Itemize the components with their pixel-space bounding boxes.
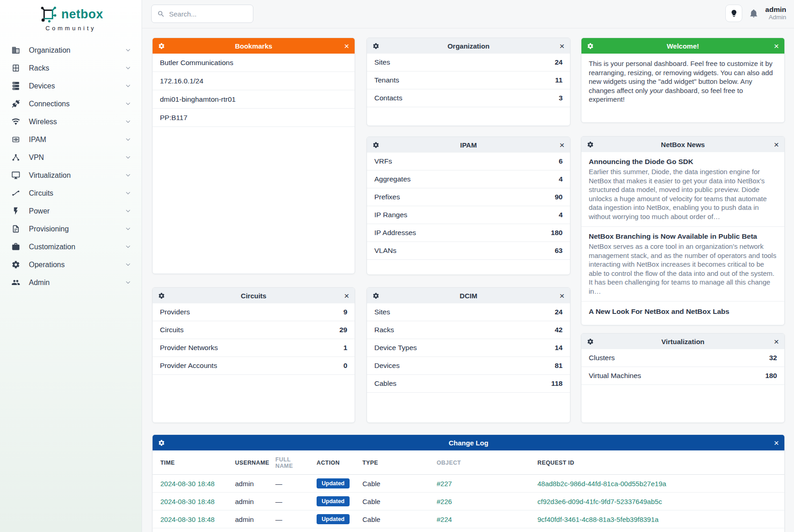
bookmark-link[interactable]: PP:B117 <box>160 114 187 122</box>
stat-label[interactable]: Sites <box>374 58 390 66</box>
changelog-object-link[interactable]: #226 <box>437 498 452 505</box>
changelog-time-link[interactable]: 2024-08-30 18:48 <box>160 516 214 523</box>
stat-value[interactable]: 1 <box>343 344 347 352</box>
stat-label[interactable]: Provider Accounts <box>160 362 217 370</box>
stat-label[interactable]: Prefixes <box>374 193 400 201</box>
stat-value[interactable]: 11 <box>555 76 563 84</box>
widget-config-button[interactable] <box>158 292 165 299</box>
sidebar-item-ipam[interactable]: IPAM <box>0 131 142 148</box>
stat-value[interactable]: 3 <box>559 94 563 102</box>
stat-label[interactable]: Circuits <box>160 326 184 334</box>
widget-close-button[interactable]: × <box>559 42 564 50</box>
stat-value[interactable]: 4 <box>559 175 563 183</box>
column-header-action[interactable]: ACTION <box>312 450 358 475</box>
widget-config-button[interactable] <box>158 43 165 49</box>
stat-label[interactable]: Sites <box>374 308 390 316</box>
sidebar-item-racks[interactable]: Racks <box>0 59 142 77</box>
sidebar-item-power[interactable]: Power <box>0 202 142 220</box>
changelog-object-link[interactable]: #224 <box>437 516 452 523</box>
widget-config-button[interactable] <box>372 292 379 299</box>
news-headline[interactable]: Announcing the Diode Go SDK <box>589 158 777 166</box>
stat-label[interactable]: IP Addresses <box>374 229 416 237</box>
widget-close-button[interactable]: × <box>774 439 779 447</box>
changelog-request-id-link[interactable]: 9cf40fdf-3461-4c88-81a3-5feb39f8391a <box>537 516 658 523</box>
news-headline[interactable]: NetBox Branching is Now Available in Pub… <box>589 232 777 241</box>
stat-value[interactable]: 29 <box>340 326 347 334</box>
changelog-time-link[interactable]: 2024-08-30 18:48 <box>160 480 214 488</box>
stat-value[interactable]: 180 <box>765 372 777 380</box>
stat-label[interactable]: Providers <box>160 308 190 316</box>
stat-value[interactable]: 118 <box>551 379 563 388</box>
news-headline[interactable]: A New Look For NetBox and NetBox Labs <box>589 307 777 316</box>
widget-config-button[interactable] <box>587 141 594 148</box>
stat-value[interactable]: 4 <box>559 211 563 219</box>
changelog-object-link[interactable]: #227 <box>437 480 452 488</box>
widget-config-button[interactable] <box>587 338 594 345</box>
stat-value[interactable]: 32 <box>769 354 777 362</box>
stat-value[interactable]: 24 <box>555 58 563 66</box>
column-header-username[interactable]: USERNAME <box>230 450 271 475</box>
widget-config-button[interactable] <box>587 43 594 49</box>
sidebar-item-customization[interactable]: Customization <box>0 238 142 256</box>
stat-value[interactable]: 6 <box>559 157 563 165</box>
sidebar-item-provisioning[interactable]: Provisioning <box>0 220 142 238</box>
changelog-request-id-link[interactable]: cf92d3e6-d09d-41fc-9fd7-52337649ab5c <box>537 498 662 505</box>
column-header-time[interactable]: TIME <box>153 450 230 475</box>
news-item: NetBox Branching is Now Available in Pub… <box>581 227 784 302</box>
stat-value[interactable]: 63 <box>555 247 563 255</box>
widget-close-button[interactable]: × <box>344 291 349 300</box>
stat-value[interactable]: 24 <box>555 308 563 316</box>
sidebar-item-virtualization[interactable]: Virtualization <box>0 166 142 184</box>
stat-label[interactable]: Tenants <box>374 76 399 84</box>
sidebar-item-operations[interactable]: Operations <box>0 256 142 274</box>
brand[interactable]: netbox Community <box>0 0 142 32</box>
bookmark-link[interactable]: dmi01-binghamton-rtr01 <box>160 95 235 104</box>
search-box[interactable] <box>151 5 253 23</box>
widget-close-button[interactable]: × <box>559 141 564 149</box>
sidebar-item-devices[interactable]: Devices <box>0 77 142 95</box>
column-header-type[interactable]: TYPE <box>358 450 432 475</box>
stat-value[interactable]: 14 <box>555 344 563 352</box>
sidebar-item-connections[interactable]: Connections <box>0 95 142 113</box>
stat-value[interactable]: 180 <box>551 229 563 237</box>
bookmark-link[interactable]: Butler Communications <box>160 59 233 67</box>
widget-close-button[interactable]: × <box>344 42 349 50</box>
stat-label[interactable]: Provider Networks <box>160 344 218 352</box>
stat-label[interactable]: Virtual Machines <box>589 372 641 380</box>
bookmark-link[interactable]: 172.16.0.1/24 <box>160 77 203 85</box>
widget-close-button[interactable]: × <box>559 291 564 300</box>
stat-value[interactable]: 9 <box>343 308 347 316</box>
stat-label[interactable]: Racks <box>374 326 394 334</box>
stat-label[interactable]: Contacts <box>374 94 402 102</box>
stat-label[interactable]: IP Ranges <box>374 211 407 219</box>
widget-close-button[interactable]: × <box>774 42 779 50</box>
theme-toggle-button[interactable] <box>725 5 742 22</box>
sidebar-item-admin[interactable]: Admin <box>0 274 142 291</box>
changelog-request-id-link[interactable]: 48ad8b2c-986d-44fd-81ca-00d55b27e19a <box>537 480 666 488</box>
stat-value[interactable]: 81 <box>555 362 563 370</box>
user-menu[interactable]: admin Admin <box>765 5 786 22</box>
stat-label[interactable]: Aggregates <box>374 175 411 183</box>
notifications-button[interactable] <box>749 9 758 18</box>
sidebar-item-circuits[interactable]: Circuits <box>0 184 142 202</box>
widget-config-button[interactable] <box>158 439 165 446</box>
widget-config-button[interactable] <box>372 43 379 49</box>
stat-label[interactable]: Device Types <box>374 344 417 352</box>
sidebar-item-organization[interactable]: Organization <box>0 41 142 59</box>
column-header-request-id[interactable]: REQUEST ID <box>533 450 784 475</box>
widget-close-button[interactable]: × <box>774 140 779 149</box>
widget-close-button[interactable]: × <box>774 337 779 346</box>
stat-label[interactable]: Cables <box>374 379 396 388</box>
sidebar-item-wireless[interactable]: Wireless <box>0 113 142 131</box>
stat-label[interactable]: VRFs <box>374 157 392 165</box>
stat-value[interactable]: 90 <box>555 193 563 201</box>
search-input[interactable] <box>169 10 247 18</box>
stat-value[interactable]: 0 <box>343 362 347 370</box>
stat-label[interactable]: Devices <box>374 362 400 370</box>
widget-config-button[interactable] <box>372 142 379 148</box>
stat-label[interactable]: Clusters <box>589 354 615 362</box>
sidebar-item-vpn[interactable]: VPN <box>0 148 142 166</box>
changelog-time-link[interactable]: 2024-08-30 18:48 <box>160 498 214 505</box>
stat-label[interactable]: VLANs <box>374 247 396 255</box>
stat-value[interactable]: 42 <box>555 326 563 334</box>
